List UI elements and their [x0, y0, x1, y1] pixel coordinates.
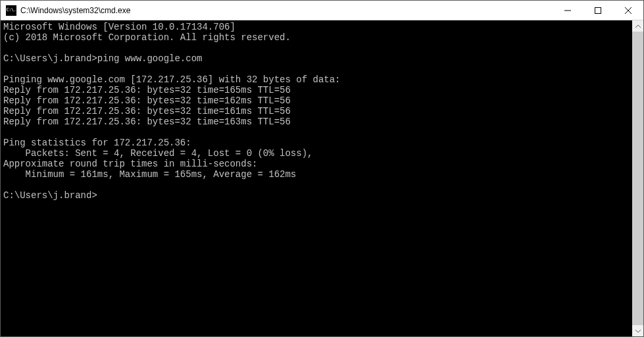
cmd-icon-text: C:\.	[7, 8, 16, 13]
terminal-line: Reply from 172.217.25.36: bytes=32 time=…	[3, 106, 632, 117]
terminal-line: Microsoft Windows [Version 10.0.17134.70…	[3, 22, 632, 32]
close-button[interactable]	[613, 1, 643, 20]
terminal-line	[3, 127, 632, 138]
terminal-line: Reply from 172.217.25.36: bytes=32 time=…	[3, 117, 632, 127]
window-controls	[553, 1, 643, 20]
cmd-icon: C:\.	[6, 5, 16, 16]
terminal-line: C:\Users\j.brand>	[3, 190, 632, 201]
terminal-line	[3, 180, 632, 190]
terminal-output[interactable]: Microsoft Windows [Version 10.0.17134.70…	[1, 20, 632, 336]
terminal-line: Reply from 172.217.25.36: bytes=32 time=…	[3, 95, 632, 106]
maximize-button[interactable]	[583, 1, 613, 20]
close-icon	[625, 7, 632, 14]
terminal-line: Packets: Sent = 4, Received = 4, Lost = …	[3, 148, 632, 159]
maximize-icon	[595, 7, 601, 14]
terminal-line: Ping statistics for 172.217.25.36:	[3, 138, 632, 148]
terminal-line: Approximate round trip times in milli-se…	[3, 159, 632, 169]
terminal-line: Pinging www.google.com [172.217.25.36] w…	[3, 74, 632, 85]
terminal-line	[3, 64, 632, 74]
scroll-track[interactable]	[632, 32, 643, 325]
vertical-scrollbar[interactable]	[632, 20, 643, 336]
terminal-line	[3, 43, 632, 53]
scroll-thumb[interactable]	[632, 32, 643, 325]
scroll-up-button[interactable]	[632, 20, 643, 32]
chevron-down-icon	[635, 328, 641, 334]
svg-rect-1	[595, 7, 601, 13]
terminal-line: Reply from 172.217.25.36: bytes=32 time=…	[3, 85, 632, 95]
window-titlebar: C:\. C:\Windows\system32\cmd.exe	[1, 1, 643, 20]
minimize-icon	[564, 7, 571, 14]
terminal-line: C:\Users\j.brand>ping www.google.com	[3, 53, 632, 64]
window-title: C:\Windows\system32\cmd.exe	[20, 6, 553, 15]
terminal-line: (c) 2018 Microsoft Corporation. All righ…	[3, 32, 632, 43]
terminal-container: Microsoft Windows [Version 10.0.17134.70…	[1, 20, 643, 336]
minimize-button[interactable]	[553, 1, 583, 20]
chevron-up-icon	[635, 24, 641, 29]
terminal-line: Minimum = 161ms, Maximum = 165ms, Averag…	[3, 169, 632, 180]
scroll-down-button[interactable]	[632, 325, 643, 336]
